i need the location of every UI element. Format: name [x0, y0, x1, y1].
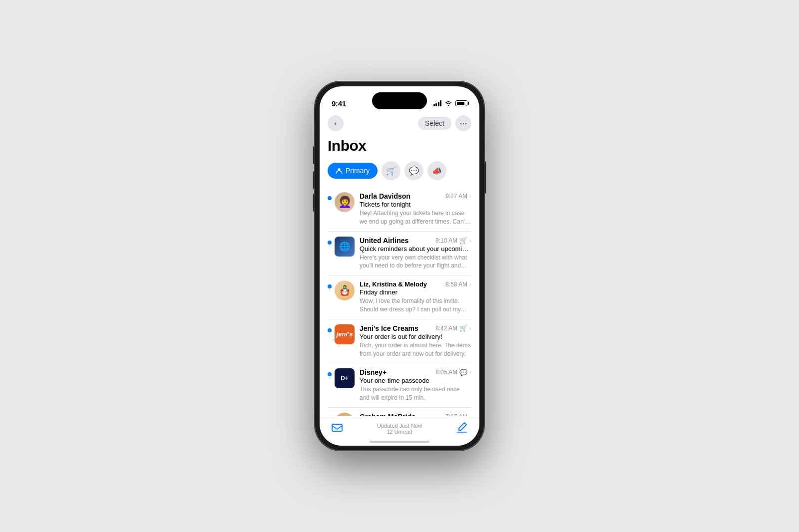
email-body: Darla Davidson 9:27 AM › Tickets for ton… — [360, 192, 471, 226]
signal-icon — [433, 100, 442, 106]
email-header: Liz, Kristina & Melody 8:58 AM › — [360, 280, 471, 288]
bubble-icon: 💬 — [409, 166, 419, 176]
more-button[interactable]: ··· — [455, 115, 471, 131]
email-item[interactable]: 👩‍🦱 Darla Davidson 9:27 AM › Tickets for… — [328, 187, 471, 232]
cart-icon: 🛒 — [386, 166, 396, 176]
email-preview: Wow, I love the formality of this invite… — [360, 297, 471, 314]
unread-count: 12 Unread — [387, 429, 412, 435]
select-button[interactable]: Select — [418, 117, 451, 130]
unread-indicator — [328, 284, 332, 288]
svg-rect-1 — [332, 424, 342, 431]
email-meta: 8:58 AM › — [445, 281, 471, 288]
email-body: Liz, Kristina & Melody 8:58 AM › Friday … — [360, 280, 471, 314]
inbox-title: Inbox — [328, 135, 471, 161]
email-time: 9:27 AM — [445, 193, 467, 200]
wifi-icon — [444, 99, 452, 107]
email-meta: 8:05 AM 💬 › — [435, 369, 471, 376]
email-subject: Your one-time passcode — [360, 377, 471, 384]
status-icons — [433, 99, 468, 107]
email-preview: Here's your very own checklist with what… — [360, 254, 471, 270]
footer-status: Updated Just Now 12 Unread — [343, 423, 456, 435]
email-item[interactable]: 👦 Graham McBride 7:17 AM › Tell us if yo… — [328, 408, 471, 416]
chevron-right-icon: › — [469, 281, 471, 288]
unread-indicator — [328, 328, 332, 332]
shopping-cart-tag-icon: 🛒 — [459, 237, 467, 244]
email-subject: Tickets for tonight — [360, 201, 471, 208]
email-header: Jeni's Ice Creams 8:42 AM 🛒 › — [360, 324, 471, 332]
back-chevron-icon: ‹ — [334, 119, 337, 127]
email-meta: 8:42 AM 🛒 › — [435, 324, 471, 332]
unread-indicator — [328, 241, 332, 245]
avatar: jeni's — [335, 324, 355, 344]
megaphone-icon: 📣 — [432, 166, 442, 176]
email-meta: 9:10 AM 🛒 › — [435, 237, 471, 244]
tab-promotions[interactable]: 💬 — [404, 161, 423, 180]
back-button[interactable]: ‹ — [328, 115, 344, 131]
dynamic-island — [372, 92, 427, 109]
email-header: Darla Davidson 9:27 AM › — [360, 192, 471, 200]
email-preview: Hey! Attaching your tickets here in case… — [360, 209, 471, 226]
sender-name: Disney+ — [360, 368, 387, 376]
chevron-right-icon: › — [469, 325, 471, 332]
avatar: 👩‍🦱 — [335, 192, 355, 212]
tab-primary-label: Primary — [346, 167, 370, 175]
phone-screen: 9:41 — [320, 86, 479, 446]
phone-device: 9:41 — [315, 81, 484, 451]
mailbox-button[interactable] — [332, 423, 343, 434]
email-preview: Rich, your order is almost here. The ite… — [360, 341, 471, 358]
email-item[interactable]: jeni's Jeni's Ice Creams 8:42 AM 🛒 › You… — [328, 319, 471, 364]
email-item[interactable]: D+ Disney+ 8:05 AM 💬 › Your one-time pas… — [328, 363, 471, 408]
chevron-right-icon: › — [469, 193, 471, 200]
shopping-cart-tag-icon: 🛒 — [459, 324, 467, 332]
battery-icon — [455, 100, 467, 106]
compose-button[interactable] — [456, 422, 467, 435]
email-header: United Airlines 9:10 AM 🛒 › — [360, 237, 471, 245]
email-subject: Friday dinner — [360, 288, 471, 296]
tab-news[interactable]: 📣 — [427, 161, 446, 180]
sender-name: Jeni's Ice Creams — [360, 324, 418, 332]
email-meta: 9:27 AM › — [445, 193, 471, 200]
email-time: 8:05 AM — [435, 369, 457, 376]
sender-name: Darla Davidson — [360, 192, 410, 200]
avatar: D+ — [335, 368, 355, 388]
email-list: 👩‍🦱 Darla Davidson 9:27 AM › Tickets for… — [328, 187, 471, 416]
unread-indicator — [328, 372, 332, 376]
tab-primary[interactable]: Primary — [328, 163, 378, 179]
email-time: 9:10 AM — [435, 237, 457, 244]
category-tabs: Primary 🛒 💬 📣 — [328, 161, 471, 180]
more-dots-icon: ··· — [459, 118, 467, 129]
chat-tag-icon: 💬 — [459, 369, 467, 376]
email-body: United Airlines 9:10 AM 🛒 › Quick remind… — [360, 237, 471, 270]
nav-bar: ‹ Select ··· — [320, 113, 479, 135]
email-item[interactable]: 🌐 United Airlines 9:10 AM 🛒 › Quick remi… — [328, 232, 471, 276]
updated-text: Updated Just Now — [377, 423, 422, 429]
sender-name: Liz, Kristina & Melody — [360, 280, 427, 288]
avatar: 🌐 — [335, 237, 355, 257]
email-body: Disney+ 8:05 AM 💬 › Your one-time passco… — [360, 368, 471, 402]
mail-content: Inbox Primary 🛒 💬 📣 — [320, 135, 479, 416]
chevron-right-icon: › — [469, 369, 471, 376]
email-header: Disney+ 8:05 AM 💬 › — [360, 368, 471, 376]
tab-shopping[interactable]: 🛒 — [382, 161, 400, 180]
sender-name: United Airlines — [360, 237, 408, 245]
home-indicator — [370, 441, 429, 443]
avatar: 🪆 — [335, 280, 355, 300]
email-time: 8:42 AM — [435, 325, 457, 332]
email-item[interactable]: 🪆 Liz, Kristina & Melody 8:58 AM › Frida… — [328, 275, 471, 319]
email-preview: This passcode can only be used once and … — [360, 385, 471, 402]
nav-right-actions: Select ··· — [418, 115, 471, 131]
email-time: 8:58 AM — [445, 281, 467, 288]
unread-indicator — [328, 196, 332, 200]
status-time: 9:41 — [332, 99, 346, 108]
email-body: Jeni's Ice Creams 8:42 AM 🛒 › Your order… — [360, 324, 471, 358]
person-icon — [336, 167, 343, 174]
email-subject: Your order is out for delivery! — [360, 333, 471, 340]
chevron-right-icon: › — [469, 237, 471, 244]
email-subject: Quick reminders about your upcoming... — [360, 245, 471, 253]
